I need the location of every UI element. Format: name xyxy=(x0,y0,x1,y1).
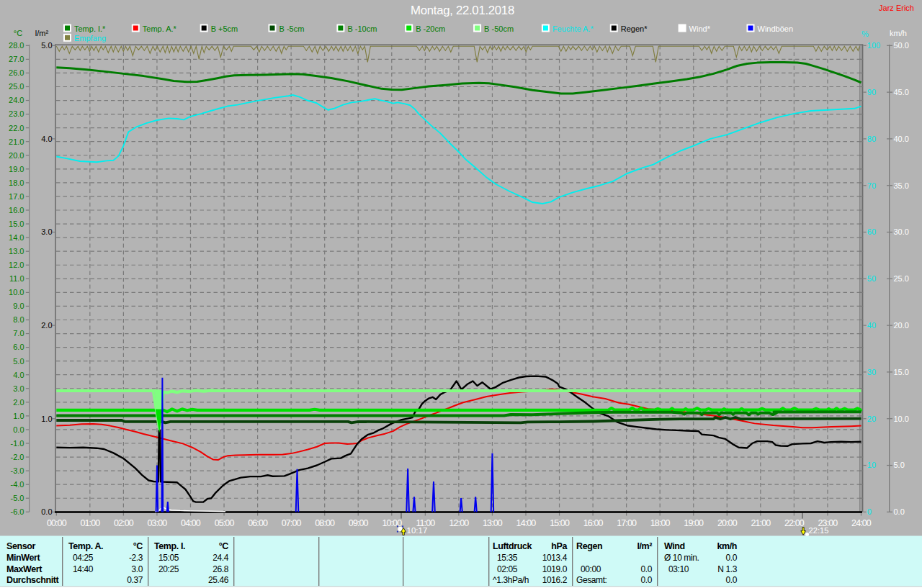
svg-text:B -5cm: B -5cm xyxy=(279,24,305,33)
svg-text:0: 0 xyxy=(867,507,872,516)
svg-text:0.0: 0.0 xyxy=(641,564,653,574)
svg-text:0.0: 0.0 xyxy=(894,507,905,516)
svg-text:04:00: 04:00 xyxy=(181,518,201,528)
svg-text:B -10cm: B -10cm xyxy=(347,24,377,33)
svg-text:15.0: 15.0 xyxy=(894,368,909,376)
svg-text:4.0: 4.0 xyxy=(41,135,52,143)
svg-text:l/m²: l/m² xyxy=(35,29,49,37)
svg-text:3.0: 3.0 xyxy=(132,564,143,574)
svg-text:15:35: 15:35 xyxy=(497,553,518,563)
svg-text:50: 50 xyxy=(867,274,876,283)
svg-text:%: % xyxy=(861,30,869,38)
svg-text:20.0: 20.0 xyxy=(9,151,24,160)
svg-text:Montag, 22.01.2018: Montag, 22.01.2018 xyxy=(411,4,514,17)
svg-text:-5.0: -5.0 xyxy=(11,494,24,502)
svg-text:70: 70 xyxy=(867,181,876,190)
svg-text:14.0: 14.0 xyxy=(9,233,24,242)
svg-text:5.0: 5.0 xyxy=(13,357,24,366)
svg-text:12.0: 12.0 xyxy=(9,261,24,269)
svg-text:25.0: 25.0 xyxy=(894,274,909,283)
svg-text:19.0: 19.0 xyxy=(9,165,24,173)
svg-text:90: 90 xyxy=(867,88,876,96)
svg-text:Ø 10 min.: Ø 10 min. xyxy=(664,553,699,563)
svg-text:02:05: 02:05 xyxy=(497,564,518,574)
svg-text:16:00: 16:00 xyxy=(583,518,604,528)
svg-text:2.0: 2.0 xyxy=(13,398,24,407)
svg-text:35.0: 35.0 xyxy=(894,181,909,190)
svg-text:MinWert: MinWert xyxy=(6,553,41,563)
svg-text:Jarz Erich: Jarz Erich xyxy=(879,4,914,12)
svg-text:22:00: 22:00 xyxy=(784,518,805,528)
svg-text:6.0: 6.0 xyxy=(13,343,24,351)
svg-text:20.0: 20.0 xyxy=(894,321,909,330)
svg-text:17.0: 17.0 xyxy=(9,192,24,201)
svg-text:B -20cm: B -20cm xyxy=(416,24,445,33)
svg-text:Feuchte A.*: Feuchte A.* xyxy=(552,24,594,33)
svg-text:30.0: 30.0 xyxy=(894,227,909,236)
svg-text:-1.0: -1.0 xyxy=(11,439,24,448)
svg-text:20:00: 20:00 xyxy=(717,518,738,528)
svg-text:-4.0: -4.0 xyxy=(11,480,24,489)
svg-text:km/h: km/h xyxy=(890,29,907,37)
svg-text:26.8: 26.8 xyxy=(212,564,228,574)
svg-text:05:00: 05:00 xyxy=(215,518,235,528)
svg-text:hPa: hPa xyxy=(551,541,568,551)
svg-text:1.0: 1.0 xyxy=(41,415,52,423)
svg-text:^1.3hPa/h: ^1.3hPa/h xyxy=(493,575,529,585)
svg-text:11.0: 11.0 xyxy=(9,274,24,283)
svg-text:3.0: 3.0 xyxy=(41,227,52,236)
svg-text:16.0: 16.0 xyxy=(9,206,24,214)
svg-text:7.0: 7.0 xyxy=(13,329,24,338)
svg-text:22:15: 22:15 xyxy=(809,526,829,535)
svg-text:18:00: 18:00 xyxy=(650,518,671,528)
svg-text:1013.4: 1013.4 xyxy=(542,553,568,563)
svg-text:22.0: 22.0 xyxy=(9,124,24,132)
svg-text:21.0: 21.0 xyxy=(9,137,24,146)
svg-text:10: 10 xyxy=(867,461,876,469)
svg-text:0.0: 0.0 xyxy=(726,553,738,563)
svg-text:09:00: 09:00 xyxy=(349,518,369,528)
svg-text:01:00: 01:00 xyxy=(80,518,100,528)
svg-text:1.0: 1.0 xyxy=(13,412,24,420)
svg-text:27.0: 27.0 xyxy=(9,55,24,63)
svg-text:9.0: 9.0 xyxy=(13,302,24,310)
svg-text:08:00: 08:00 xyxy=(315,518,335,528)
svg-text:km/h: km/h xyxy=(717,541,737,551)
svg-text:26.0: 26.0 xyxy=(9,68,24,77)
svg-text:N 1.3: N 1.3 xyxy=(717,564,737,574)
svg-text:30: 30 xyxy=(867,368,876,376)
svg-text:0.0: 0.0 xyxy=(641,575,653,585)
svg-text:25.0: 25.0 xyxy=(9,82,24,91)
svg-text:06:00: 06:00 xyxy=(248,518,268,528)
svg-text:03:00: 03:00 xyxy=(148,518,168,528)
svg-text:07:00: 07:00 xyxy=(282,518,302,528)
svg-text:18.0: 18.0 xyxy=(9,178,24,187)
svg-text:Temp. I.*: Temp. I.* xyxy=(74,24,106,33)
svg-text:Temp. I.: Temp. I. xyxy=(154,541,185,551)
svg-text:°C: °C xyxy=(219,541,229,551)
svg-text:°C: °C xyxy=(133,541,143,551)
svg-text:Temp. A.*: Temp. A.* xyxy=(143,24,177,33)
svg-text:-2.0: -2.0 xyxy=(11,453,24,461)
svg-text:00:00: 00:00 xyxy=(581,564,601,574)
svg-text:Windböen: Windböen xyxy=(758,24,794,33)
svg-text:80: 80 xyxy=(867,135,876,143)
svg-text:1016.2: 1016.2 xyxy=(542,575,568,585)
svg-text:12:00: 12:00 xyxy=(449,518,470,528)
svg-text:Temp. A.: Temp. A. xyxy=(68,541,103,551)
svg-text:15:05: 15:05 xyxy=(158,553,179,563)
svg-text:3.0: 3.0 xyxy=(13,384,24,393)
svg-text:-6.0: -6.0 xyxy=(11,507,24,516)
svg-text:40: 40 xyxy=(867,321,876,330)
svg-text:00:00: 00:00 xyxy=(47,518,67,528)
svg-text:20: 20 xyxy=(867,415,876,423)
svg-text:03:10: 03:10 xyxy=(668,564,689,574)
svg-text:19:00: 19:00 xyxy=(684,518,704,528)
svg-text:MaxWert: MaxWert xyxy=(6,564,42,574)
svg-text:100: 100 xyxy=(867,41,880,50)
svg-text:2.0: 2.0 xyxy=(41,321,52,330)
svg-text:0.0: 0.0 xyxy=(13,425,24,434)
svg-text:8.0: 8.0 xyxy=(13,315,24,324)
svg-text:10.0: 10.0 xyxy=(894,415,909,423)
svg-text:20:25: 20:25 xyxy=(158,564,179,574)
